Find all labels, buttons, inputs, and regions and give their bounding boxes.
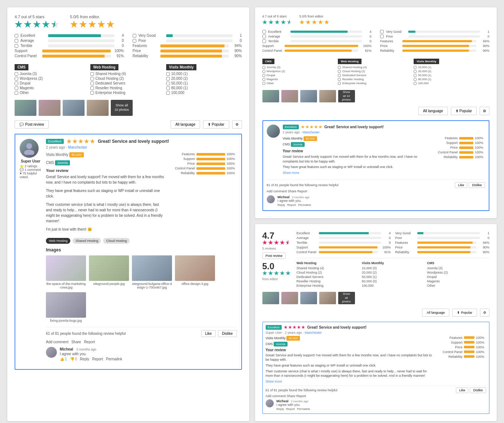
rs2 (73, 139, 78, 144)
tr-filter-item[interactable]: Other (262, 82, 338, 85)
tr-reply[interactable]: Reply (278, 203, 285, 207)
tr-filter-item[interactable]: Dedicated Servers (338, 74, 414, 77)
tr-review-text2: They have great features such as staging… (283, 165, 430, 169)
tr-all-language-btn[interactable]: All language (418, 107, 448, 115)
filter-item[interactable]: Dedicated Servers (90, 81, 166, 85)
br-post-review-btn[interactable]: Post review (262, 252, 286, 259)
tr-filter-item[interactable]: Shared Hosting (4) (338, 66, 414, 69)
estar-3 (88, 20, 96, 28)
tr-show-all-btn[interactable]: Show all 10 photos (338, 90, 355, 102)
tr-report[interactable]: Report (297, 189, 307, 193)
br-reply[interactable]: Reply (277, 407, 284, 411)
tr-filter-item[interactable]: 80,000 (1) (414, 78, 489, 81)
filter-item[interactable]: Shared Hosting (4) (90, 72, 166, 76)
filter-item[interactable]: Cloud Hosting (2) (90, 77, 166, 81)
add-comment-button[interactable]: Add comment (46, 340, 69, 344)
filter-item[interactable]: Other (15, 91, 90, 95)
tr-filter-item[interactable]: Reseller Hosting (338, 78, 414, 81)
img-thumb[interactable] (175, 255, 215, 281)
br-report[interactable]: Report (296, 394, 306, 398)
rating-row-control-panel: Control Panel91% (15, 54, 124, 58)
report-button[interactable]: Report (84, 340, 95, 344)
tr-filter-item[interactable]: Cloud Hosting (2) (338, 70, 414, 73)
tr-like-btn[interactable]: Like (455, 182, 468, 188)
img-thumb[interactable] (46, 292, 86, 318)
br-rs2 (288, 325, 292, 329)
rating-row-terrible: Terrible0 (262, 39, 372, 43)
tr-filter-item[interactable]: Magento (262, 78, 338, 81)
br-permalink[interactable]: Permalink (297, 407, 310, 411)
tr-share[interactable]: Share (288, 189, 297, 193)
br-dislike-btn[interactable]: Dislike (470, 387, 486, 393)
user-rating-label: 4.7 out of 5 stars (15, 15, 59, 19)
tr-filter-item[interactable]: Enterprise Hosting (338, 82, 414, 85)
br-badge: Excellent (266, 325, 282, 330)
tr-filter-item[interactable]: 100,000 (414, 82, 489, 85)
tr-show-more[interactable]: Show more (283, 171, 430, 175)
br-share[interactable]: Share (287, 394, 296, 398)
permalink-button[interactable]: Permalink (106, 357, 122, 361)
tr-permalink[interactable]: Permalink (298, 203, 311, 207)
tr-filter-item[interactable]: Joomla (3) (262, 66, 338, 69)
tr-filter-item[interactable]: Wordpress (2) (262, 70, 338, 73)
filter-item[interactable]: 100,000 (166, 91, 242, 95)
br-review-body: Visits Monthly 80,000 CMS Joomla Your re… (266, 336, 487, 383)
rs1 (67, 139, 72, 144)
tr-cms-meta: CMS Joomla (283, 142, 430, 147)
reviewer-ratings: ⭐ 2 ratings (20, 164, 42, 168)
filter-item[interactable]: Drupal (15, 81, 90, 85)
popular-button[interactable]: ⬆ Popular (203, 120, 229, 129)
reply-button[interactable]: Reply (80, 357, 89, 361)
star-3 (33, 20, 41, 28)
filter-item[interactable]: 80,000 (1) (166, 86, 242, 90)
rs3 (78, 139, 83, 144)
review-location[interactable]: Manchester (68, 145, 87, 149)
tr-filter-item[interactable]: 10,000 (1) (414, 66, 489, 69)
filter-item[interactable]: Wordpress (2) (15, 77, 90, 81)
like-button[interactable]: Like (201, 330, 216, 337)
img-thumb[interactable] (89, 255, 129, 281)
filter-item[interactable]: Magento (15, 86, 90, 90)
tr-settings-btn[interactable]: ⚙ (480, 107, 489, 115)
br-settings-btn[interactable]: ⚙ (480, 309, 489, 317)
img-thumb[interactable] (132, 255, 172, 281)
review-date: 2 years ago · Manchester (46, 145, 237, 149)
tr-editor-rating: 5.0/5 from editor. (300, 15, 329, 25)
show-all-photos-btn[interactable]: Show all 10 photos (111, 100, 133, 116)
rating-row-very-good: Very Good1 (133, 34, 242, 38)
settings-button[interactable]: ⚙ (232, 120, 242, 129)
br-review-section: Excellent Great! Service and lovely supp… (262, 322, 490, 414)
img-thumb[interactable] (46, 255, 86, 281)
tr-s4 (281, 20, 286, 25)
tr-user-label: 4.7 out of 5 stars (262, 15, 292, 18)
tr-popular-btn[interactable]: ⬆ Popular (451, 107, 477, 115)
tr-dislike-btn[interactable]: Dislike (469, 182, 485, 188)
all-language-button[interactable]: All language (171, 120, 200, 129)
dislike-button[interactable]: Dislike (218, 330, 237, 337)
filter-item[interactable]: Reseller Hosting (90, 86, 166, 90)
br-c-report[interactable]: Report (286, 407, 295, 411)
br-show-more[interactable]: Show more (266, 380, 435, 383)
filter-item[interactable]: 20,000 (2) (166, 77, 242, 81)
filter-item[interactable]: 50,000 (1) (166, 81, 242, 85)
tr-editor-label: 5.0/5 from editor. (300, 15, 329, 18)
filter-item[interactable]: Enterprise Hosting (90, 91, 166, 95)
tr-location[interactable]: Manchester (302, 130, 320, 134)
tr-comment-report[interactable]: Report (287, 203, 296, 207)
comment-report-button[interactable]: Report (92, 357, 103, 361)
br-like-btn[interactable]: Like (456, 387, 469, 393)
tr-add-comment[interactable]: Add comment (267, 189, 287, 193)
filter-item[interactable]: Joomla (3) (15, 72, 90, 76)
br-all-language-btn[interactable]: All language (422, 309, 450, 317)
filter-item[interactable]: 10,000 (1) (166, 72, 242, 76)
post-review-button[interactable]: 💬 Post review (15, 120, 49, 129)
br-add-comment[interactable]: Add comment (266, 394, 286, 398)
tr-filter-item[interactable]: Drupal (262, 74, 338, 77)
br-show-all-btn[interactable]: Show all photos (338, 292, 355, 304)
tr-filter-item[interactable]: 50,000 (1) (414, 74, 489, 77)
tr-filter-item[interactable]: 20,000 (2) (414, 70, 489, 73)
br-location[interactable]: Manchester (305, 331, 322, 334)
post-review-icon: 💬 (19, 122, 24, 126)
share-button[interactable]: Share (71, 340, 81, 344)
br-popular-btn[interactable]: ⬆ Popular (452, 309, 477, 317)
